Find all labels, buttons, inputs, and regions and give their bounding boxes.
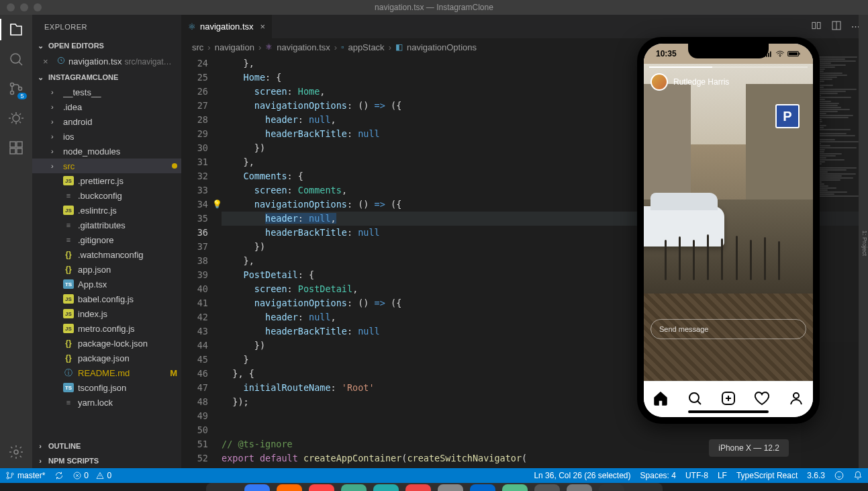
folder-item[interactable]: ›node_modules [32, 144, 181, 159]
close-icon[interactable]: × [43, 56, 54, 66]
eol-indicator[interactable]: LF [718, 471, 727, 480]
chevron-right-icon: › [51, 162, 59, 170]
sync-icon[interactable] [54, 471, 64, 480]
problems-indicator[interactable]: 0 0 [73, 471, 111, 480]
macos-dock[interactable] [206, 483, 663, 491]
file-item[interactable]: ≡yarn.lock [32, 395, 181, 410]
file-item[interactable]: JS.eslintrc.js [32, 203, 181, 218]
typescript-version[interactable]: 3.6.3 [807, 471, 825, 480]
search-icon[interactable] [8, 51, 24, 67]
battery-icon [787, 50, 801, 57]
tree-item-label: metro.config.js [78, 324, 177, 334]
avatar [650, 73, 668, 91]
folder-item[interactable]: ›android [32, 114, 181, 129]
cursor-position[interactable]: Ln 36, Col 26 (26 selected) [534, 471, 630, 480]
close-icon[interactable]: × [260, 21, 266, 32]
compare-icon[interactable] [811, 20, 822, 33]
feedback-icon[interactable] [834, 471, 844, 480]
tree-item-label: .prettierrc.js [78, 176, 177, 186]
tree-item-label: .buckconfig [78, 191, 177, 201]
close-window[interactable] [7, 3, 15, 11]
indent-indicator[interactable]: Spaces: 4 [640, 471, 676, 480]
file-item[interactable]: JS.prettierrc.js [32, 173, 181, 188]
activity-heart-icon[interactable] [754, 390, 770, 408]
file-icon: {} [63, 353, 74, 363]
file-icon: ≡ [63, 398, 74, 406]
device-time: 10:35 [656, 49, 677, 58]
svg-point-22 [7, 477, 9, 479]
folder-item[interactable]: ›.idea [32, 99, 181, 114]
tree-item-label: app.json [78, 265, 177, 275]
story-user[interactable]: Rutledge Harris [650, 73, 729, 91]
folder-item[interactable]: ›src [32, 159, 181, 173]
file-item[interactable]: JSmetro.config.js [32, 321, 181, 336]
tree-item-label: .gitignore [78, 235, 177, 245]
file-item[interactable]: ⓘREADME.mdM [32, 365, 181, 380]
zoom-window[interactable] [34, 3, 42, 11]
lightbulb-icon[interactable]: 💡 [212, 197, 222, 212]
file-tree: ›__tests__›.idea›android›ios›node_module… [32, 85, 181, 439]
file-item[interactable]: ≡.buckconfig [32, 188, 181, 203]
chevron-right-icon: › [51, 147, 59, 155]
svg-point-21 [7, 472, 9, 474]
branch-indicator[interactable]: master* [5, 471, 45, 480]
story-username: Rutledge Harris [673, 77, 729, 87]
file-item[interactable]: {}package-lock.json [32, 336, 181, 351]
file-item[interactable]: {}app.json [32, 262, 181, 277]
split-editor-icon[interactable] [831, 20, 842, 33]
notifications-icon[interactable] [853, 471, 863, 480]
react-icon: ⚛ [188, 21, 196, 32]
language-indicator[interactable]: TypeScript React [736, 471, 798, 480]
search-icon[interactable] [687, 390, 703, 408]
open-editor-item[interactable]: × navigation.tsx src/navigat… [32, 54, 181, 69]
file-item[interactable]: ≡.gitignore [32, 232, 181, 247]
file-icon: JS [63, 324, 74, 333]
tab-navigation-tsx[interactable]: ⚛ navigation.tsx × [181, 15, 273, 38]
file-icon: {} [63, 265, 74, 274]
chevron-right-icon: › [35, 457, 46, 465]
svg-rect-11 [812, 22, 816, 28]
profile-icon[interactable] [788, 390, 804, 408]
window-controls [0, 3, 42, 11]
add-post-icon[interactable] [720, 390, 736, 408]
file-icon: TS [63, 383, 74, 392]
file-icon: JS [63, 176, 74, 185]
file-item[interactable]: JSindex.js [32, 306, 181, 321]
source-control-icon[interactable]: 5 [8, 81, 24, 97]
npm-scripts-header[interactable]: ›NPM SCRIPTS [32, 453, 181, 468]
settings-gear-icon[interactable] [8, 444, 24, 460]
open-editor-name: navigation.tsx [68, 56, 122, 66]
tree-item-label: android [63, 117, 177, 127]
encoding-indicator[interactable]: UTF-8 [685, 471, 708, 480]
debug-icon[interactable] [8, 110, 24, 126]
project-header[interactable]: ⌄INSTAGRAMCLONE [32, 70, 181, 85]
extensions-icon[interactable] [8, 140, 24, 156]
send-message-input[interactable]: Send message [650, 319, 806, 339]
symbol-variable-icon: ▫ [341, 42, 344, 52]
tree-item-label: node_modules [63, 146, 177, 157]
file-icon: JS [63, 206, 74, 215]
tab-bar: ⚛ navigation.tsx × ⋯ [181, 15, 868, 38]
file-item[interactable]: {}package.json [32, 351, 181, 365]
file-item[interactable]: {}.watchmanconfig [32, 247, 181, 262]
story-content[interactable]: P Rutledge Harris Send message [644, 64, 813, 381]
tree-item-label: .gitattributes [78, 220, 177, 230]
tree-item-label: src [63, 161, 168, 171]
folder-item[interactable]: ›__tests__ [32, 85, 181, 99]
file-item[interactable]: TSApp.tsx [32, 277, 181, 292]
home-icon[interactable] [653, 390, 669, 408]
svg-rect-17 [799, 53, 800, 55]
file-item[interactable]: TStsconfig.json [32, 380, 181, 395]
right-rail[interactable]: 1: Project [859, 15, 868, 468]
open-editors-header[interactable]: ⌄OPEN EDITORS [32, 38, 181, 53]
file-item[interactable]: JSbabel.config.js [32, 292, 181, 306]
react-icon: ⚛ [265, 42, 273, 52]
file-icon: ≡ [63, 191, 74, 199]
svg-point-3 [19, 87, 22, 91]
file-item[interactable]: ≡.gitattributes [32, 218, 181, 232]
minimize-window[interactable] [20, 3, 28, 11]
explorer-icon[interactable] [8, 21, 24, 38]
outline-header[interactable]: ›OUTLINE [32, 439, 181, 453]
folder-item[interactable]: ›ios [32, 129, 181, 144]
tree-item-label: .eslintrc.js [78, 206, 177, 216]
